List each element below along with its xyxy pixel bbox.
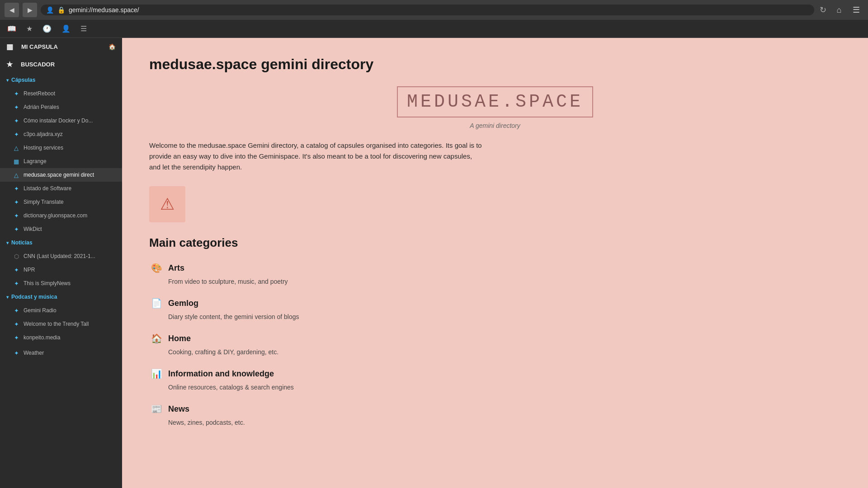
- item-label: Cómo instalar Docker y Do...: [24, 117, 93, 124]
- address-bar-container: 👤 🔒: [41, 5, 814, 15]
- star-icon: ✦: [13, 117, 20, 124]
- item-label: c3po.aljadra.xyz: [24, 131, 63, 137]
- category-news-header: 📰 News: [149, 402, 841, 416]
- news-cat-icon: 📰: [149, 402, 164, 416]
- category-home-header: 🏠 Home: [149, 331, 841, 346]
- category-news: 📰 News News, zines, podcasts, etc.: [149, 402, 841, 426]
- sidebar-item-simply-translate[interactable]: ✦ Simply Translate: [0, 195, 122, 209]
- item-label: Adrián Perales: [24, 104, 59, 110]
- sidebar-item-listado[interactable]: ✦ Listado de Software: [0, 182, 122, 195]
- tab-favorites[interactable]: ★: [23, 23, 36, 35]
- arts-link[interactable]: Arts: [168, 263, 184, 273]
- user-icon: 👤: [46, 6, 54, 14]
- main-layout: ▦ MI CAPSULA 🏠 ★ BUSCADOR ▾ Cápsulas ✦ R…: [0, 38, 868, 488]
- star-icon: ✦: [13, 90, 20, 97]
- home-link[interactable]: Home: [168, 334, 191, 343]
- noticias-label: Noticias: [11, 239, 33, 246]
- capsulas-chevron: ▾: [6, 78, 9, 83]
- home-button[interactable]: ⌂: [832, 3, 846, 17]
- forward-button[interactable]: ▶: [23, 3, 37, 17]
- item-label: Simply Translate: [24, 199, 64, 205]
- star-icon: ✦: [13, 266, 20, 273]
- tab-identity[interactable]: 👤: [58, 23, 74, 35]
- item-label: dictionary.gluonspace.com: [24, 212, 87, 219]
- sidebar-item-medusae[interactable]: △ medusae.space gemini direct: [0, 168, 122, 182]
- sidebar-item-docker[interactable]: ✦ Cómo instalar Docker y Do...: [0, 114, 122, 127]
- star-icon: ✦: [13, 349, 20, 357]
- tab-history[interactable]: 🕐: [39, 23, 55, 35]
- sidebar-item-mi-capsula[interactable]: ▦ MI CAPSULA 🏠: [0, 38, 122, 56]
- sidebar-item-konpeito[interactable]: ✦ konpeito.media: [0, 331, 122, 344]
- podcast-section[interactable]: ▾ Podcast y música: [0, 290, 122, 304]
- item-label: This is SimplyNews: [24, 280, 71, 286]
- tab-bookmarks[interactable]: 📖: [4, 23, 20, 35]
- capsulas-section[interactable]: ▾ Cápsulas: [0, 73, 122, 87]
- info-icon: 📊: [149, 366, 164, 381]
- tab-list[interactable]: ☰: [77, 23, 90, 35]
- item-label: konpeito.media: [24, 334, 60, 341]
- home-desc: Cooking, crafting & DIY, gardening, etc.: [149, 348, 841, 356]
- sidebar-item-npr[interactable]: ✦ NPR: [0, 263, 122, 277]
- menu-button[interactable]: ☰: [849, 3, 863, 17]
- right-buttons: ⌂ ☰: [832, 3, 863, 17]
- item-label: NPR: [24, 267, 35, 273]
- item-label: Welcome to the Trendy Tall: [24, 321, 89, 327]
- sidebar-item-hosting[interactable]: △ Hosting services: [0, 141, 122, 155]
- browser-bar: ◀ ▶ 👤 🔒 ↻ ⌂ ☰: [0, 0, 868, 20]
- sidebar-item-buscador[interactable]: ★ BUSCADOR: [0, 56, 122, 73]
- item-label: Gemini Radio: [24, 307, 57, 314]
- refresh-button[interactable]: ↻: [818, 3, 828, 17]
- podcast-label: Podcast y música: [11, 294, 57, 300]
- sidebar-item-gemini-radio[interactable]: ✦ Gemini Radio: [0, 304, 122, 317]
- sidebar-item-cnn[interactable]: ⬡ CNN (Last Updated: 2021-1...: [0, 249, 122, 263]
- item-label: Hosting services: [24, 145, 63, 151]
- address-input[interactable]: [69, 6, 809, 14]
- sidebar-item-wikdict[interactable]: ✦ WikDict: [0, 222, 122, 236]
- item-label: medusae.space gemini direct: [24, 172, 94, 178]
- news-icon: ⬡: [13, 253, 20, 260]
- category-info: 📊 Information and knowledge Online resou…: [149, 366, 841, 391]
- grid-icon: ▦: [13, 158, 20, 165]
- content-area: medusae.space gemini directory MEDUSAE.S…: [122, 38, 868, 488]
- noticias-chevron: ▾: [6, 240, 9, 245]
- item-label: WikDict: [24, 226, 42, 232]
- sidebar-item-weather[interactable]: ✦ Weather: [0, 346, 122, 360]
- triangle-icon: △: [13, 171, 20, 178]
- sidebar-item-trendy-tall[interactable]: ✦ Welcome to the Trendy Tall: [0, 317, 122, 331]
- buscador-label: BUSCADOR: [21, 61, 55, 68]
- warning-box: ⚠: [149, 186, 185, 222]
- star-icon: ✦: [13, 131, 20, 138]
- sidebar-item-resetreboot[interactable]: ✦ ResetReboot: [0, 87, 122, 100]
- category-info-header: 📊 Information and knowledge: [149, 366, 841, 381]
- arts-desc: From video to sculpture, music, and poet…: [149, 278, 841, 285]
- item-label: CNN (Last Updated: 2021-1...: [24, 253, 95, 259]
- back-button[interactable]: ◀: [5, 3, 19, 17]
- news-link[interactable]: News: [168, 404, 189, 414]
- noticias-section[interactable]: ▾ Noticias: [0, 236, 122, 249]
- category-arts-header: 🎨 Arts: [149, 261, 841, 275]
- gemlog-link[interactable]: Gemlog: [168, 299, 198, 308]
- category-gemlog-header: 📄 Gemlog: [149, 296, 841, 310]
- main-categories-title: Main categories: [149, 236, 841, 250]
- sidebar-item-dictionary[interactable]: ✦ dictionary.gluonspace.com: [0, 209, 122, 222]
- sidebar-item-simplynews[interactable]: ✦ This is SimplyNews: [0, 277, 122, 290]
- lock-icon: 🔒: [57, 6, 65, 14]
- category-gemlog: 📄 Gemlog Diary style content, the gemini…: [149, 296, 841, 320]
- gemlog-desc: Diary style content, the gemini version …: [149, 313, 841, 320]
- item-label: ResetReboot: [24, 90, 55, 97]
- sidebar-item-c3po[interactable]: ✦ c3po.aljadra.xyz: [0, 127, 122, 141]
- logo-container: MEDUSAE.SPACE A gemini directory: [149, 86, 841, 129]
- description-text: Welcome to the medusae.space Gemini dire…: [149, 140, 484, 173]
- info-link[interactable]: Information and knowledge: [168, 369, 274, 379]
- star-icon: ✦: [13, 334, 20, 341]
- item-label: Weather: [24, 350, 44, 356]
- podcast-chevron: ▾: [6, 295, 9, 300]
- item-label: Lagrange: [24, 158, 47, 164]
- category-arts: 🎨 Arts From video to sculpture, music, a…: [149, 261, 841, 285]
- page-title: medusae.space gemini directory: [149, 56, 841, 73]
- star-icon: ✦: [13, 320, 20, 328]
- sidebar-item-adrian[interactable]: ✦ Adrián Perales: [0, 100, 122, 114]
- sidebar-item-lagrange[interactable]: ▦ Lagrange: [0, 155, 122, 168]
- home-cat-icon: 🏠: [149, 331, 164, 346]
- warning-icon: ⚠: [160, 195, 175, 214]
